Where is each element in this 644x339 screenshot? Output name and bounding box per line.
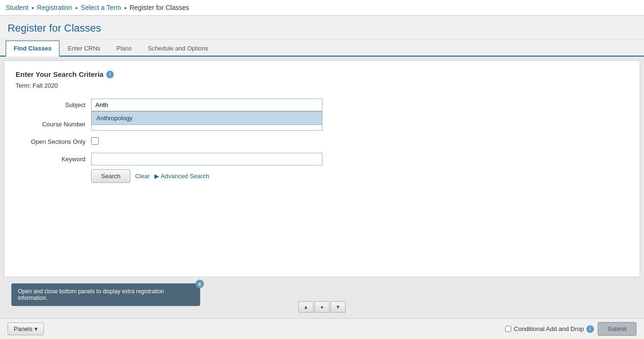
advanced-search-link[interactable]: ▶ Advanced Search — [154, 173, 209, 180]
advanced-search-label: Advanced Search — [161, 173, 209, 180]
scroll-down-button[interactable]: ▼ — [330, 301, 346, 313]
tab-plans[interactable]: Plans — [109, 41, 140, 57]
autocomplete-item-anthropology[interactable]: Anthropology — [92, 112, 322, 124]
tab-find-classes[interactable]: Find Classes — [6, 41, 59, 57]
conditional-add-drop-checkbox[interactable] — [505, 326, 511, 332]
panels-chevron-icon: ▾ — [34, 325, 38, 332]
search-criteria-header: Enter Your Search Criteria i — [16, 70, 628, 78]
autocomplete-dropdown[interactable]: Anthropology — [91, 111, 322, 125]
search-form: Subject Anthropology Course Number Open … — [16, 99, 356, 165]
breadcrumb-select-term[interactable]: Select a Term — [81, 4, 121, 11]
conditional-add-drop-label: Conditional Add and Drop — [514, 325, 584, 332]
breadcrumb-sep-1: ● — [31, 5, 34, 10]
panels-button[interactable]: Panels ▾ — [8, 322, 44, 335]
breadcrumb-registration[interactable]: Registration — [37, 4, 72, 11]
tab-schedule-options[interactable]: Schedule and Options — [140, 41, 216, 57]
tooltip-close-button[interactable]: x — [195, 280, 204, 288]
scroll-mid-button[interactable]: ● — [314, 301, 330, 313]
breadcrumb-sep-3: ● — [124, 5, 127, 10]
page-title-bar: Register for Classes — [0, 16, 644, 40]
search-criteria-title: Enter Your Search Criteria — [16, 70, 103, 78]
keyword-input[interactable] — [91, 153, 322, 165]
main-content: Enter Your Search Criteria i Term: Fall … — [4, 60, 640, 277]
page-title: Register for Classes — [8, 22, 636, 34]
breadcrumb-current: Register for Classes — [129, 4, 189, 11]
bottom-right: Conditional Add and Drop i Submit — [505, 322, 636, 336]
open-sections-field — [91, 137, 356, 146]
arrow-right-icon: ▶ — [154, 173, 159, 180]
term-label: Term: Fall 2020 — [16, 82, 628, 89]
subject-label: Subject — [16, 101, 91, 108]
breadcrumb: Student ● Registration ● Select a Term ●… — [0, 0, 644, 16]
tabs-bar: Find Classes Enter CRNs Plans Schedule a… — [0, 40, 644, 57]
keyword-field — [91, 153, 356, 165]
tooltip-overlay: x Open and close bottom panels to displa… — [11, 283, 200, 306]
buttons-row: Search Clear ▶ Advanced Search — [16, 169, 628, 183]
search-button[interactable]: Search — [91, 169, 130, 183]
scroll-controls: ▲ ● ▼ — [298, 301, 346, 313]
panels-label: Panels — [14, 325, 33, 332]
open-sections-checkbox[interactable] — [91, 137, 99, 145]
keyword-label: Keyword — [16, 156, 91, 163]
conditional-add-drop-container: Conditional Add and Drop i — [505, 325, 593, 333]
open-sections-label: Open Sections Only — [16, 138, 91, 145]
breadcrumb-student[interactable]: Student — [6, 4, 28, 11]
subject-field: Anthropology — [91, 99, 356, 111]
course-number-label: Course Number — [16, 121, 91, 128]
conditional-info-icon[interactable]: i — [586, 325, 594, 333]
info-icon[interactable]: i — [106, 71, 114, 78]
subject-input[interactable] — [91, 99, 322, 111]
bottom-bar: Panels ▾ Conditional Add and Drop i Subm… — [0, 318, 644, 339]
tab-enter-crns[interactable]: Enter CRNs — [59, 41, 108, 57]
breadcrumb-sep-2: ● — [75, 5, 78, 10]
scroll-up-button[interactable]: ▲ — [298, 301, 314, 313]
clear-button[interactable]: Clear — [135, 173, 150, 180]
tooltip-text: Open and close bottom panels to display … — [18, 288, 164, 301]
submit-button[interactable]: Submit — [598, 322, 636, 336]
